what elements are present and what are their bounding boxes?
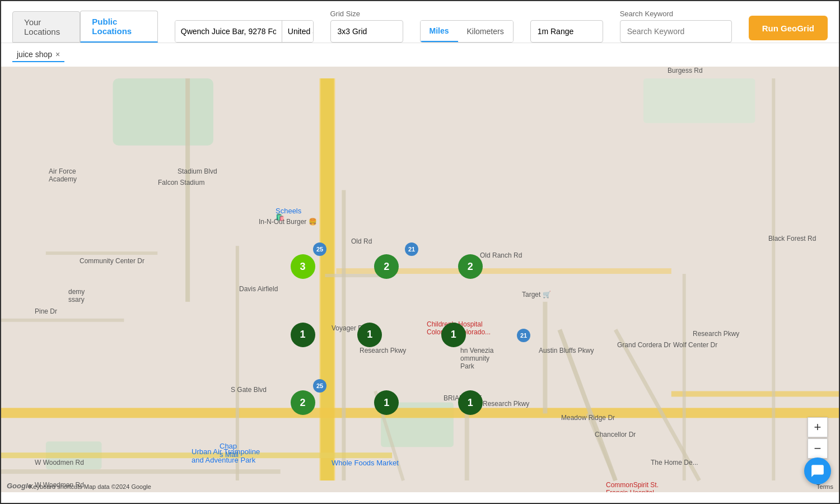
marker-2-2[interactable]: 2 [458,254,483,279]
svg-rect-19 [465,408,469,480]
juice-shop-tag[interactable]: juice shop × [12,48,64,62]
svg-rect-14 [671,391,839,396]
top-bar: Your Locations Public Locations × Grid S… [1,1,839,43]
svg-rect-23 [325,274,381,277]
svg-rect-17 [1,452,392,458]
location-country-input[interactable] [282,21,314,42]
svg-rect-9 [185,78,190,302]
highway-25-lower-marker: 25 [313,379,326,393]
zoom-controls: + − [808,417,828,459]
map-container[interactable]: Air ForceAcademy Community Center Dr dem… [1,67,839,492]
svg-rect-10 [236,246,239,480]
svg-rect-7 [1,408,839,418]
highway-21-lower-marker: 21 [517,329,530,342]
range-input[interactable] [530,20,603,43]
tab-public-locations[interactable]: Public Locations [80,11,157,43]
marker-1-2[interactable]: 1 [357,323,382,347]
marker-1-4[interactable]: 1 [374,390,399,415]
svg-rect-22 [46,251,157,255]
tag-close-button[interactable]: × [55,50,60,59]
location-input-group: × [175,20,314,43]
svg-rect-25 [543,302,547,413]
svg-rect-18 [1,469,281,474]
search-keyword-group: Search Keyword [620,10,732,43]
svg-rect-6 [320,78,334,480]
svg-rect-16 [772,78,775,480]
svg-rect-21 [1,319,124,322]
grid-size-label: Grid Size [330,10,403,18]
grid-size-input[interactable] [330,20,403,43]
unit-kilometers-button[interactable]: Kilometers [458,21,513,42]
map-svg [1,67,839,492]
svg-rect-2 [643,78,755,123]
chat-button[interactable] [804,458,831,484]
tabs: Your Locations Public Locations [12,11,158,43]
svg-rect-15 [683,274,686,480]
marker-1-5[interactable]: 1 [458,390,483,415]
grid-size-group: Grid Size [330,10,403,43]
run-geogrid-button[interactable]: Run GeoGrid [749,16,828,40]
zoom-out-button[interactable]: − [808,438,828,459]
google-logo: Google [7,482,32,490]
unit-group: Miles Kilometers [420,20,514,43]
highway-21-upper-marker: 21 [405,242,418,256]
zoom-in-button[interactable]: + [808,417,828,437]
tab-your-locations[interactable]: Your Locations [12,11,80,43]
marker-2-3[interactable]: 2 [291,390,315,415]
marker-2-1[interactable]: 2 [374,254,399,279]
unit-miles-button[interactable]: Miles [421,21,458,42]
svg-rect-11 [342,190,346,480]
search-keyword-input[interactable] [620,20,732,43]
tag-bar: juice shop × [1,43,839,67]
tag-label: juice shop [17,50,52,59]
svg-rect-1 [113,78,213,146]
map-attribution-right[interactable]: Terms [816,483,833,490]
range-group [530,7,603,43]
highway-25-marker: 25 [313,242,326,256]
location-main-input[interactable] [175,21,282,42]
unit-toggle: Miles Kilometers [420,20,514,43]
map-attribution-left: Keyboard shortcuts Map data ©2024 Google [29,483,151,490]
marker-1-1[interactable]: 1 [291,323,315,347]
marker-3-1[interactable]: 3 [291,254,315,279]
marker-1-3[interactable]: 1 [441,323,466,347]
search-keyword-label: Search Keyword [620,10,732,18]
